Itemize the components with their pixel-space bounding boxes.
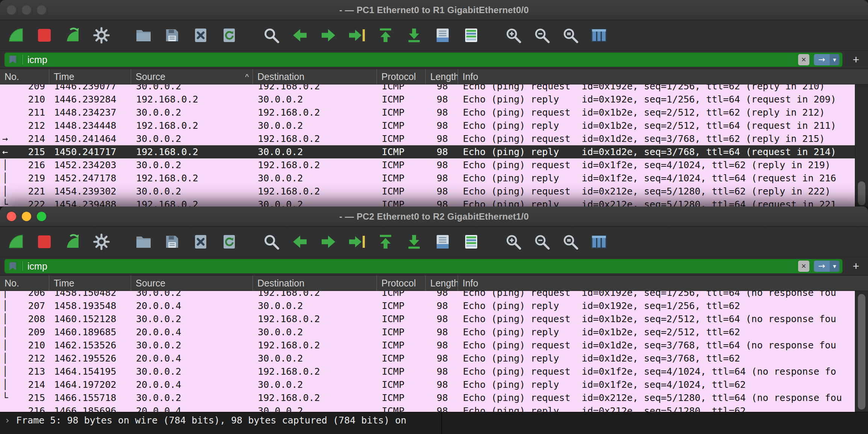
zoom-in-button[interactable] — [503, 25, 524, 46]
packet-row-221[interactable]: │2211454.23930230.0.0.2192.168.0.2ICMP98… — [0, 185, 855, 198]
packet-row-215[interactable]: ←2151450.241717192.168.0.230.0.0.2ICMP98… — [0, 145, 855, 158]
bookmark-icon[interactable] — [8, 54, 18, 65]
go-back-button[interactable] — [289, 25, 310, 46]
close-file-button[interactable] — [190, 25, 211, 46]
reload-file-button[interactable] — [219, 231, 240, 252]
go-forward-button[interactable] — [318, 25, 339, 46]
packet-row-215[interactable]: └2151466.15571830.0.0.2192.168.0.2ICMP98… — [0, 391, 855, 404]
column-header-length[interactable]: Length — [425, 276, 458, 291]
packet-row-214[interactable]: │2141464.19720220.0.0.430.0.0.2ICMP98Ech… — [0, 378, 855, 391]
zoom-window-button[interactable] — [37, 5, 46, 15]
column-header-no[interactable]: No. — [0, 276, 49, 291]
packet-row-214[interactable]: →2141450.24146430.0.0.2192.168.0.2ICMP98… — [0, 132, 855, 145]
resize-columns-button[interactable] — [588, 231, 609, 252]
column-header-info[interactable]: Info — [458, 276, 868, 291]
packet-row-213[interactable]: │2131464.15419530.0.0.2192.168.0.2ICMP98… — [0, 365, 855, 378]
column-header-time[interactable]: Time — [49, 69, 131, 84]
capture-options-button[interactable] — [91, 231, 112, 252]
go-to-first-button[interactable] — [375, 231, 396, 252]
minimize-window-button[interactable] — [22, 5, 31, 15]
stop-capture-button[interactable] — [34, 231, 55, 252]
save-file-button[interactable] — [162, 231, 183, 252]
vertical-scrollbar[interactable] — [855, 84, 868, 206]
scrollbar-thumb[interactable] — [858, 294, 865, 410]
stop-capture-button[interactable] — [34, 25, 55, 46]
close-file-button[interactable] — [190, 231, 211, 252]
packet-row-216[interactable]: 2161466.18569620.0.0.430.0.0.2ICMP98Echo… — [0, 404, 855, 412]
column-header-protocol[interactable]: Protocol — [377, 276, 425, 291]
add-filter-button[interactable]: + — [848, 259, 863, 274]
start-capture-button[interactable] — [5, 25, 26, 46]
display-filter-bar[interactable]: icmp × → ▾ — [5, 259, 842, 273]
column-header-source[interactable]: Source^ — [131, 69, 253, 84]
filter-history-dropdown[interactable]: ▾ — [830, 261, 839, 272]
reload-file-button[interactable] — [219, 25, 240, 46]
packet-row-212[interactable]: 2121448.234448192.168.0.230.0.0.2ICMP98E… — [0, 119, 855, 132]
packet-bytes-pane[interactable]: 000000 50 79 66 68 01 ca 02 0f 7c 00 1c … — [442, 412, 868, 434]
add-filter-button[interactable]: + — [848, 52, 863, 67]
go-back-button[interactable] — [289, 231, 310, 252]
packet-row-209[interactable]: │2091460.18968520.0.0.430.0.0.2ICMP98Ech… — [0, 326, 855, 339]
zoom-out-button[interactable] — [531, 25, 552, 46]
column-header-no[interactable]: No. — [0, 69, 49, 84]
packet-row-210[interactable]: 2101446.239284192.168.0.230.0.0.2ICMP98E… — [0, 93, 855, 106]
filter-history-dropdown[interactable]: ▾ — [830, 54, 839, 65]
display-filter-input[interactable]: icmp — [27, 54, 794, 65]
display-filter-input[interactable]: icmp — [27, 261, 794, 272]
start-capture-button[interactable] — [5, 231, 26, 252]
minimize-window-button[interactable] — [22, 212, 31, 221]
packet-row-209[interactable]: 2091446.23907730.0.0.2192.168.0.2ICMP98E… — [0, 84, 855, 93]
packet-details-pane[interactable]: ›Frame 5: 98 bytes on wire (784 bits), 9… — [0, 412, 442, 434]
capture-options-button[interactable] — [91, 25, 112, 46]
scrollbar-thumb[interactable] — [858, 181, 865, 205]
column-header-destination[interactable]: Destination — [253, 69, 377, 84]
restart-capture-button[interactable] — [62, 25, 83, 46]
packet-row-208[interactable]: │2081460.15212830.0.0.2192.168.0.2ICMP98… — [0, 312, 855, 326]
packet-row-216[interactable]: │2161452.23420330.0.0.2192.168.0.2ICMP98… — [0, 158, 855, 172]
close-window-button[interactable] — [7, 5, 16, 15]
filter-clear-button[interactable]: × — [798, 54, 809, 65]
title-bar[interactable]: - — PC1 Ethernet0 to R1 GigabitEthernet0… — [0, 0, 868, 20]
zoom-original-button[interactable] — [560, 231, 581, 252]
filter-apply-button[interactable]: → — [814, 54, 830, 65]
go-to-packet-button[interactable] — [346, 25, 367, 46]
auto-scroll-button[interactable] — [432, 231, 453, 252]
restart-capture-button[interactable] — [62, 231, 83, 252]
filter-apply-button[interactable]: → — [814, 261, 830, 272]
packet-row-206[interactable]: │2061458.15048230.0.0.2192.168.0.2ICMP98… — [0, 291, 855, 299]
zoom-out-button[interactable] — [531, 231, 552, 252]
filter-clear-button[interactable]: × — [798, 261, 809, 272]
column-header-source[interactable]: Source — [131, 276, 253, 291]
go-forward-button[interactable] — [318, 231, 339, 252]
colorize-packets-button[interactable] — [461, 231, 482, 252]
column-header-destination[interactable]: Destination — [253, 276, 377, 291]
packet-row-210[interactable]: │2101462.15352630.0.0.2192.168.0.2ICMP98… — [0, 339, 855, 352]
find-packet-button[interactable] — [261, 25, 282, 46]
auto-scroll-button[interactable] — [432, 25, 453, 46]
column-header-protocol[interactable]: Protocol — [377, 69, 425, 84]
open-file-button[interactable] — [133, 25, 154, 46]
go-to-last-button[interactable] — [404, 25, 425, 46]
display-filter-bar[interactable]: icmp × → ▾ — [5, 53, 842, 67]
packet-row-211[interactable]: 2111448.23423730.0.0.2192.168.0.2ICMP98E… — [0, 106, 855, 119]
title-bar[interactable]: - — PC2 Ethernet0 to R2 GigabitEthernet1… — [0, 206, 868, 227]
zoom-original-button[interactable] — [560, 25, 581, 46]
zoom-in-button[interactable] — [503, 231, 524, 252]
zoom-window-button[interactable] — [37, 212, 46, 221]
find-packet-button[interactable] — [261, 231, 282, 252]
packet-row-207[interactable]: │2071458.19354820.0.0.430.0.0.2ICMP98Ech… — [0, 299, 855, 312]
packet-row-222[interactable]: └2221454.239488192.168.0.230.0.0.2ICMP98… — [0, 198, 855, 206]
expander-icon[interactable]: › — [5, 415, 10, 426]
column-header-time[interactable]: Time — [49, 276, 131, 291]
vertical-scrollbar[interactable] — [855, 291, 868, 412]
go-to-last-button[interactable] — [404, 231, 425, 252]
save-file-button[interactable] — [162, 25, 183, 46]
go-to-first-button[interactable] — [375, 25, 396, 46]
packet-row-212[interactable]: │2121462.19552620.0.0.430.0.0.2ICMP98Ech… — [0, 352, 855, 365]
open-file-button[interactable] — [133, 231, 154, 252]
resize-columns-button[interactable] — [588, 25, 609, 46]
colorize-packets-button[interactable] — [461, 25, 482, 46]
bookmark-icon[interactable] — [8, 261, 18, 271]
close-window-button[interactable] — [7, 212, 16, 221]
packet-row-219[interactable]: │2191452.247178192.168.0.230.0.0.2ICMP98… — [0, 172, 855, 185]
